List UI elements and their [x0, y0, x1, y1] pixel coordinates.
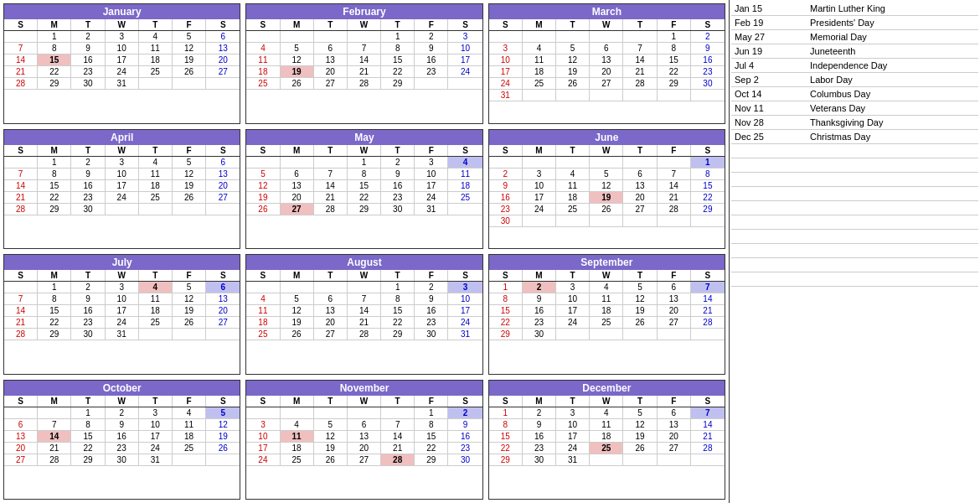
day-cell: 28: [4, 78, 38, 90]
day-header: T: [139, 145, 173, 156]
holiday-date: Jan 15: [731, 2, 807, 16]
day-cell: 14: [658, 180, 691, 192]
day-header: M: [523, 145, 556, 156]
day-cell: 2: [415, 31, 448, 43]
day-cell: 11: [139, 293, 173, 305]
day-cell: [590, 329, 623, 340]
day-cell: 10: [448, 43, 482, 54]
holiday-name: Presidents' Day: [807, 16, 978, 30]
day-cell: 20: [206, 180, 240, 192]
day-cell: 26: [246, 204, 280, 215]
day-header: S: [206, 396, 240, 407]
day-cell: 31: [415, 204, 448, 215]
day-cell: 8: [658, 43, 691, 54]
day-header: T: [139, 19, 173, 30]
day-cell: 14: [314, 180, 348, 192]
day-header: F: [173, 19, 206, 30]
holiday-row: Nov 28Thanksgiving Day: [731, 116, 978, 130]
day-cell: [556, 215, 590, 227]
day-cell: 16: [415, 305, 448, 317]
day-header: T: [314, 19, 348, 30]
day-cell: 19: [246, 192, 280, 204]
day-header: S: [246, 145, 280, 156]
day-header: S: [206, 145, 240, 156]
month-block-may: MaySMTWTFS123456789101112131415161718192…: [245, 129, 482, 250]
day-cell: 12: [281, 54, 314, 66]
day-cell: 18: [139, 180, 173, 192]
day-cell: 9: [415, 293, 448, 305]
month-block-october: OctoberSMTWTFS12345678910111213141516171…: [3, 380, 240, 500]
day-cell: 29: [348, 204, 381, 215]
day-cell: 3: [106, 282, 139, 293]
day-header: S: [4, 19, 38, 30]
day-cell: [623, 215, 657, 227]
holidays-section: Jan 15Martin Luther KingFeb 19Presidents…: [729, 0, 980, 503]
day-cell: 5: [281, 43, 314, 54]
day-cell: 21: [4, 192, 38, 204]
day-cell: 15: [38, 180, 71, 192]
day-cell: 21: [691, 305, 725, 317]
day-header: M: [281, 19, 314, 30]
day-cell: 3: [523, 169, 556, 180]
day-cell: 29: [38, 204, 71, 215]
holiday-row: Feb 19Presidents' Day: [731, 16, 978, 30]
day-cell: 28: [623, 78, 657, 90]
day-header: S: [489, 270, 523, 281]
day-cell: 9: [489, 180, 523, 192]
day-cell: 12: [173, 169, 206, 180]
day-cell: 31: [139, 454, 173, 466]
day-cell: 15: [658, 54, 691, 66]
day-cell: [38, 407, 71, 419]
day-cell: 30: [71, 78, 105, 90]
day-cell: 8: [691, 169, 725, 180]
day-cell: [173, 204, 206, 215]
day-cell: [246, 31, 280, 43]
day-cell: [448, 78, 482, 90]
day-cell: 25: [173, 443, 206, 454]
day-cell: 5: [173, 157, 206, 169]
day-cell: 14: [38, 431, 71, 443]
month-header: April: [4, 130, 240, 145]
day-cell: 9: [106, 419, 139, 431]
day-cell: [281, 407, 314, 419]
day-cell: 11: [590, 419, 623, 431]
day-cell: 8: [489, 293, 523, 305]
day-cell: [590, 31, 623, 43]
day-cell: 8: [489, 419, 523, 431]
day-header: T: [381, 396, 415, 407]
day-header: S: [246, 19, 280, 30]
day-cell: 29: [38, 329, 71, 340]
day-header: T: [71, 145, 105, 156]
day-cell: 10: [415, 169, 448, 180]
day-header: M: [523, 270, 556, 281]
day-cell: 12: [281, 305, 314, 317]
day-header: S: [489, 145, 523, 156]
day-cell: 7: [348, 43, 381, 54]
day-cell: 13: [206, 293, 240, 305]
day-cell: [281, 157, 314, 169]
holiday-row-empty: [731, 187, 978, 201]
day-cell: [246, 282, 280, 293]
day-cell: 19: [623, 431, 657, 443]
day-cell: 11: [523, 54, 556, 66]
day-cell: 16: [381, 180, 415, 192]
day-header: M: [38, 270, 71, 281]
day-cell: 16: [691, 54, 725, 66]
day-cell: 4: [590, 407, 623, 419]
day-cell: 12: [173, 43, 206, 54]
day-header: F: [173, 396, 206, 407]
day-cell: 16: [71, 180, 105, 192]
month-block-february: FebruarySMTWTFS1234567891011121314151617…: [245, 3, 482, 124]
holiday-row: Sep 2Labor Day: [731, 73, 978, 87]
day-cell: 26: [173, 192, 206, 204]
day-header: F: [658, 396, 691, 407]
holiday-date: Nov 28: [731, 116, 807, 130]
day-cell: 9: [691, 43, 725, 54]
month-block-january: JanuarySMTWTFS12345678910111213141516171…: [3, 3, 240, 124]
day-cell: 3: [139, 407, 173, 419]
day-cell: 4: [523, 43, 556, 54]
day-cell: 20: [206, 305, 240, 317]
day-cell: 23: [415, 317, 448, 329]
day-cell: [4, 157, 38, 169]
day-cell: 24: [523, 204, 556, 215]
